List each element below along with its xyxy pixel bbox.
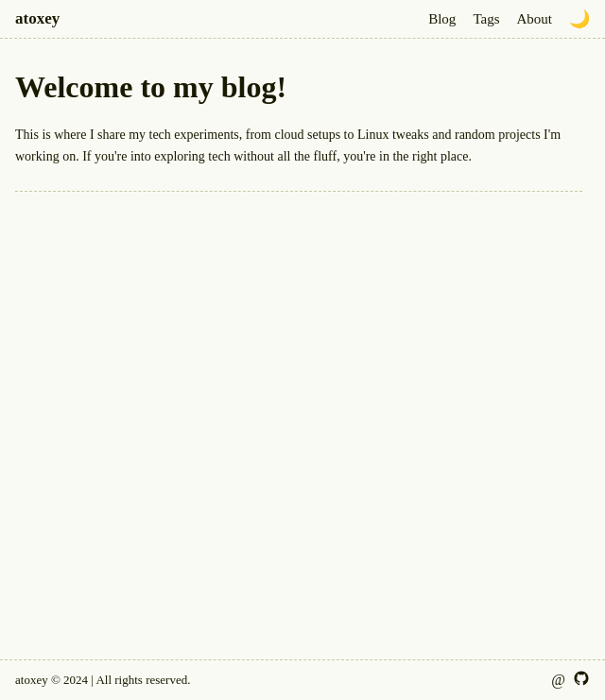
site-title[interactable]: atoxey <box>15 9 60 28</box>
nav-blog[interactable]: Blog <box>428 11 456 27</box>
email-icon[interactable]: @ <box>551 672 565 689</box>
page-heading: Welcome to my blog! <box>15 69 590 105</box>
site-footer: atoxey © 2024 | All rights reserved. @ <box>0 659 605 700</box>
theme-toggle-button[interactable]: 🌙 <box>569 10 590 27</box>
github-icon[interactable] <box>573 670 590 691</box>
nav-about[interactable]: About <box>517 11 553 27</box>
nav-tags[interactable]: Tags <box>473 11 499 27</box>
footer-copyright: atoxey © 2024 | All rights reserved. <box>15 673 190 688</box>
main-content: Welcome to my blog! This is where I shar… <box>0 39 605 214</box>
site-header: atoxey Blog Tags About 🌙 <box>0 0 605 39</box>
main-nav: Blog Tags About 🌙 <box>428 10 590 27</box>
footer-icons: @ <box>551 670 590 691</box>
page-description: This is where I share my tech experiment… <box>15 124 582 191</box>
